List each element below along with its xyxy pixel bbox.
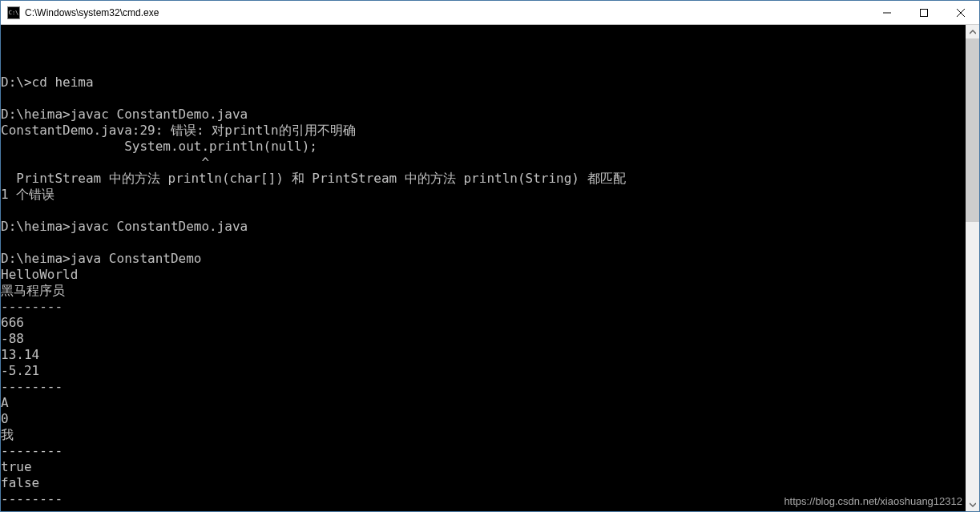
console-line: D:\>cd heima [1,75,966,91]
console-line: D:\heima>javac ConstantDemo.java [1,107,966,123]
console-line: -------- [1,379,966,395]
console-line: ^ [1,155,966,171]
console-line: A [1,395,966,411]
scroll-down-button[interactable] [966,498,979,511]
console-line: D:\heima>javac ConstantDemo.java [1,219,966,235]
console-line: System.out.println(null); [1,139,966,155]
chevron-down-icon [970,502,976,508]
console-line: true [1,459,966,475]
chevron-up-icon [970,29,976,35]
console-line: 我 [1,427,966,443]
console-line: -------- [1,299,966,315]
console-output[interactable]: D:\>cd heimaD:\heima>javac ConstantDemo.… [1,25,966,511]
maximize-button[interactable] [905,1,942,24]
app-icon: C:\ [7,6,20,19]
console-line: -------- [1,443,966,459]
console-line: 666 [1,315,966,331]
console-line: -5.21 [1,363,966,379]
console-line: HelloWorld [1,267,966,283]
scroll-thumb[interactable] [966,38,979,222]
vertical-scrollbar[interactable] [966,25,979,511]
window-title: C:\Windows\system32\cmd.exe [25,7,869,18]
titlebar[interactable]: C:\ C:\Windows\system32\cmd.exe [1,1,979,25]
console-line: 1 个错误 [1,187,966,203]
console-line: false [1,475,966,491]
close-button[interactable] [942,1,979,24]
console-area: D:\>cd heimaD:\heima>javac ConstantDemo.… [1,25,979,511]
cmd-window: C:\ C:\Windows\system32\cmd.exe D:\>cd h… [0,0,980,512]
console-line: 0 [1,411,966,427]
console-line [1,203,966,219]
minimize-icon [883,9,891,17]
console-line: -------- [1,491,966,507]
console-line [1,235,966,251]
window-controls [869,1,979,24]
console-line: -88 [1,331,966,347]
minimize-button[interactable] [869,1,905,24]
console-line: 黑马程序员 [1,283,966,299]
svg-rect-1 [921,9,928,16]
maximize-icon [920,9,928,17]
console-line: PrintStream 中的方法 println(char[]) 和 Print… [1,171,966,187]
console-line [1,91,966,107]
console-line [1,58,966,75]
console-line: 13.14 [1,347,966,363]
console-line [1,507,966,511]
console-line: ConstantDemo.java:29: 错误: 对println的引用不明确 [1,123,966,139]
scroll-up-button[interactable] [966,25,979,38]
close-icon [957,9,965,17]
console-line: D:\heima>java ConstantDemo [1,251,966,267]
scroll-track[interactable] [966,38,979,498]
